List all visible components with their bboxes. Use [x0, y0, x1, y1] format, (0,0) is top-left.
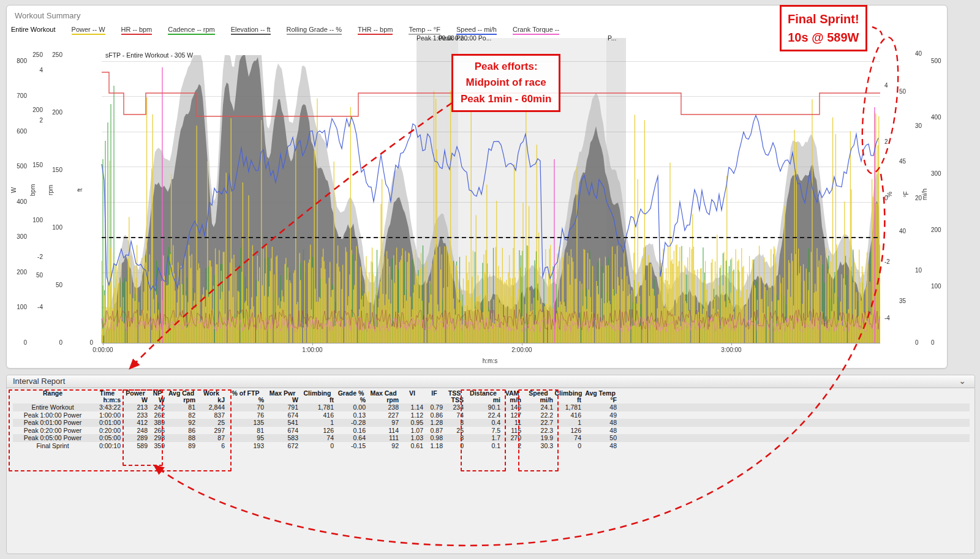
x-axis-tick: 3:00:00 — [707, 347, 756, 353]
axis-tick: 2 — [884, 139, 888, 145]
axis-tick: 50 — [899, 89, 906, 95]
axis-tick: 0 — [931, 340, 935, 346]
legend-item[interactable]: THR -- bpm — [358, 26, 393, 35]
legend-item[interactable]: Power -- W — [72, 26, 105, 35]
axis-label: bpm — [29, 184, 36, 196]
annotation-peak-efforts: Peak efforts: Midpoint of race Peak 1min… — [451, 54, 560, 112]
legend-item[interactable]: HR -- bpm — [121, 26, 153, 35]
annotation-line: 10s @ 589W — [788, 28, 859, 47]
legend-entire-workout[interactable]: Entire Workout — [11, 26, 56, 34]
axis-tick: 200 — [931, 227, 941, 233]
axis-tick: -2 — [884, 259, 890, 265]
axis-tick: 100 — [42, 225, 62, 231]
axis-tick: 200 — [42, 110, 62, 116]
axis-label: W — [10, 187, 17, 193]
axis-tick: -4 — [22, 304, 43, 310]
axis-tick: 2 — [22, 118, 43, 124]
axis-tick: 50 — [42, 282, 62, 288]
legend-item[interactable]: Speed -- mi/h — [456, 26, 497, 35]
axis-tick: 150 — [22, 162, 43, 168]
legend-item[interactable]: Elevation -- ft — [231, 26, 271, 35]
annotation-line: Midpoint of race — [461, 75, 551, 91]
axis-tick: 700 — [6, 93, 27, 99]
annotation-line: Peak 1min - 60min — [461, 91, 551, 107]
axis-tick: 0 — [6, 340, 27, 346]
annotation-line: Peak efforts: — [461, 59, 551, 75]
axis-tick: 45 — [899, 159, 906, 165]
axis-label: rpm — [47, 185, 54, 195]
legend-item[interactable]: Temp -- °F — [409, 26, 440, 35]
axis-label: ft — [77, 189, 83, 192]
annotation-line: Final Sprint! — [788, 10, 859, 28]
sftp-line-label: sFTP - Entire Workout - 305 W — [105, 51, 193, 59]
axis-tick: 400 — [931, 114, 941, 121]
x-axis-title: h:m:s — [466, 358, 514, 364]
axis-tick: 800 — [6, 58, 27, 64]
axis-tick: 30 — [915, 123, 922, 129]
axis-tick: 50 — [22, 272, 43, 279]
annotation-box-distance-column — [461, 389, 506, 471]
annotation-box-speed-column — [518, 389, 559, 471]
axis-tick: 250 — [42, 52, 62, 58]
axis-tick: 250 — [22, 52, 43, 58]
axis-tick: 400 — [6, 199, 27, 205]
axis-tick: 40 — [915, 51, 922, 57]
axis-tick: 600 — [6, 129, 27, 135]
axis-tick: 10 — [915, 268, 922, 274]
axis-label: % — [886, 192, 893, 197]
selection-label[interactable]: Peak 0:20:00 Po... — [439, 34, 491, 42]
panel-title: Workout Summary — [15, 11, 80, 20]
axis-tick: 35 — [899, 298, 906, 304]
axis-tick: -4 — [884, 315, 890, 321]
axis-tick: 500 — [931, 58, 941, 64]
axis-tick: 100 — [22, 217, 43, 223]
axis-tick: 150 — [42, 167, 62, 173]
axis-tick: -2 — [22, 254, 43, 260]
annotation-final-sprint: Final Sprint! 10s @ 589W — [780, 5, 867, 51]
axis-tick: 40 — [899, 228, 906, 234]
annotation-box-range-columns — [9, 389, 232, 471]
axis-tick: 300 — [931, 171, 941, 177]
axis-tick: 300 — [6, 234, 27, 240]
axis-tick: 200 — [22, 107, 43, 113]
axis-tick: 0 — [72, 340, 93, 346]
legend-item[interactable]: Crank Torque -- — [513, 26, 559, 35]
axis-label: mi/h — [921, 189, 928, 200]
legend-item[interactable]: Rolling Grade -- % — [287, 26, 342, 35]
axis-tick: 0 — [915, 340, 919, 346]
legend-item[interactable]: Cadence -- rpm — [168, 26, 214, 35]
axis-label: °F — [903, 191, 910, 197]
axis-tick: 0 — [42, 340, 62, 346]
axis-tick: 100 — [931, 283, 941, 290]
annotation-box-power-column — [123, 389, 163, 466]
app-window: Workout Summary Entire WorkoutPower -- W… — [0, 0, 980, 559]
x-axis-tick: 1:00:00 — [288, 347, 337, 353]
chart-legend: Entire WorkoutPower -- WHR -- bpmCadence… — [11, 26, 559, 35]
x-axis-tick: 2:00:00 — [497, 347, 546, 353]
x-axis-tick: 0:00:00 — [78, 347, 127, 353]
axis-tick: 4 — [884, 83, 888, 89]
selection-label[interactable]: P... — [608, 34, 616, 42]
axis-tick: 4 — [22, 67, 43, 73]
